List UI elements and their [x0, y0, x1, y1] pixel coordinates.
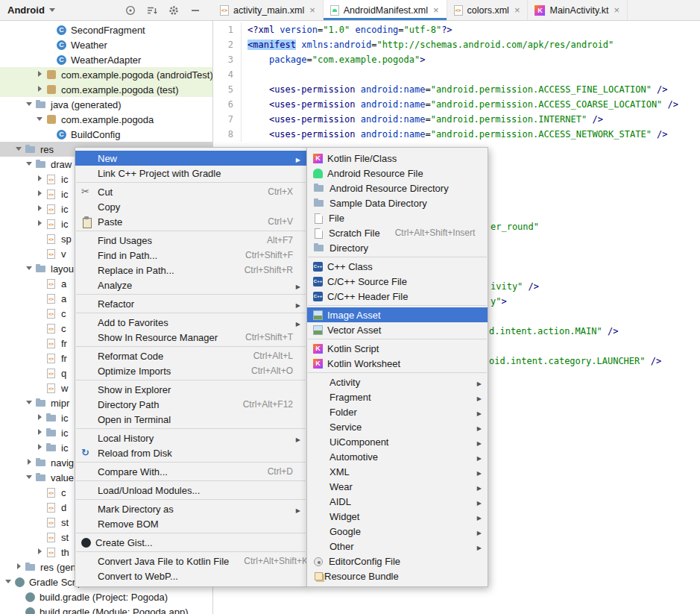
editor-tab[interactable]: colors.xml × — [447, 0, 529, 20]
menu-item[interactable]: Load/Unload Modules... — [75, 483, 306, 498]
menu-item[interactable]: Activity — [307, 375, 488, 389]
menu-item[interactable]: Image Asset — [307, 307, 488, 322]
tab-label: activity_main.xml — [233, 5, 304, 16]
menu-item[interactable]: Sample Data Directory — [307, 195, 488, 210]
code-text[interactable]: <uses-permission android:name="android.p… — [242, 112, 603, 127]
menu-item[interactable]: Open in Terminal — [75, 412, 306, 427]
menu-item[interactable]: Vector Asset — [307, 322, 488, 337]
menu-item[interactable]: File — [307, 210, 488, 225]
menu-item[interactable]: Show in Explorer — [75, 382, 306, 397]
menu-item[interactable]: Convert Java File to Kotlin File Ctrl+Al… — [75, 554, 306, 568]
code-text[interactable]: <uses-permission android:name="android.p… — [242, 127, 668, 142]
menu-item[interactable]: Kotlin Script — [307, 341, 488, 356]
menu-item[interactable]: Reformat Code Ctrl+Alt+L — [75, 348, 306, 363]
tree-item-label: q — [61, 368, 66, 379]
tree-item-label: value — [51, 472, 74, 483]
menu-item[interactable]: EditorConfig File — [307, 554, 488, 568]
sort-icon[interactable] — [146, 4, 158, 16]
menu-item[interactable]: Folder — [307, 404, 488, 419]
menu-item[interactable]: Analyze — [75, 278, 306, 292]
menu-item[interactable]: Replace in Path... Ctrl+Shift+R — [75, 263, 306, 278]
menu-item[interactable]: Optimize Imports Ctrl+Alt+O — [75, 363, 306, 378]
submenu-arrow-icon — [293, 433, 300, 444]
menu-item[interactable]: Directory Path Ctrl+Alt+F12 — [75, 397, 306, 412]
close-tab-icon[interactable]: × — [432, 5, 440, 15]
tree-row[interactable]: BuildConfig — [0, 127, 212, 142]
tree-row[interactable]: com.example.pogoda — [0, 112, 212, 127]
menu-item[interactable]: C++ Class — [307, 259, 488, 274]
menu-item[interactable]: C/C++ Header File — [307, 289, 488, 304]
submenu-arrow-icon — [474, 451, 482, 463]
menu-item[interactable]: Kotlin File/Class — [307, 151, 488, 166]
menu-item[interactable]: Create Gist... — [75, 535, 306, 550]
tree-row[interactable]: com.example.pogoda (androidTest) — [0, 67, 212, 82]
code-text[interactable] — [242, 67, 247, 82]
menu-item[interactable]: Refactor — [75, 296, 306, 311]
menu-item[interactable]: Directory — [307, 240, 488, 255]
tree-item-icon — [25, 143, 37, 155]
menu-item[interactable]: Convert to WebP... — [75, 568, 306, 583]
menu-item[interactable]: Kotlin Worksheet — [307, 356, 488, 371]
menu-item[interactable]: Automotive — [307, 449, 488, 464]
menu-item[interactable]: UiComponent — [307, 434, 488, 449]
menu-item[interactable]: Show In Resource Manager Ctrl+Shift+T — [75, 330, 306, 345]
menu-item[interactable]: Paste Ctrl+V — [75, 214, 306, 229]
editor-tab[interactable]: activity_main.xml × — [213, 0, 324, 20]
menu-item[interactable]: Scratch File Ctrl+Alt+Shift+Insert — [307, 225, 488, 240]
tree-item-icon — [45, 427, 57, 439]
menu-item[interactable]: Link C++ Project with Gradle — [75, 166, 306, 181]
menu-item[interactable]: Compare With... Ctrl+D — [75, 464, 306, 479]
close-tab-icon[interactable]: × — [309, 5, 316, 15]
menu-item[interactable]: Remove BOM — [75, 516, 306, 531]
tree-row[interactable]: WeatherAdapter — [0, 52, 212, 67]
tree-item-icon — [15, 577, 25, 587]
menu-item[interactable]: Resource Bundle — [307, 568, 488, 583]
menu-item[interactable]: C/C++ Source File — [307, 274, 488, 289]
code-lines: 1<?xml version="1.0" encoding="utf-8"?>2… — [213, 22, 700, 142]
menu-item[interactable]: AIDL — [307, 494, 488, 509]
menu-item[interactable]: Reload from Disk — [75, 445, 306, 460]
tree-row[interactable]: build.gradle (Module: Pogoda.app) — [0, 604, 212, 614]
code-text[interactable]: <manifest xmlns:android="http://schemas.… — [242, 37, 614, 52]
menu-item[interactable]: XML — [307, 464, 488, 479]
code-text[interactable]: <uses-permission android:name="android.p… — [242, 82, 668, 97]
menu-item[interactable]: Service — [307, 419, 488, 434]
menu-item[interactable]: Google — [307, 524, 488, 539]
menu-item-label: C/C++ Source File — [327, 276, 459, 287]
menu-item[interactable]: Cut Ctrl+X — [75, 184, 306, 199]
menu-item[interactable]: Local History — [75, 430, 306, 445]
menu-item[interactable]: Fragment — [307, 389, 488, 404]
menu-separator — [76, 499, 306, 500]
menu-item[interactable]: Android Resource File — [307, 166, 488, 181]
code-text[interactable]: <?xml version="1.0" encoding="utf-8"?> — [242, 22, 453, 37]
menu-item[interactable]: New — [75, 151, 306, 166]
menu-item-label: Android Resource File — [327, 168, 459, 179]
tree-row[interactable]: SecondFragment — [0, 22, 212, 37]
code-text[interactable]: package="com.example.pogoda"> — [242, 52, 425, 67]
tree-row[interactable]: Weather — [0, 37, 212, 52]
hide-panel-icon[interactable] — [189, 4, 201, 16]
menu-item[interactable]: Add to Favorites — [75, 315, 306, 330]
menu-item[interactable]: Mark Directory as — [75, 501, 306, 516]
menu-item-label: Compare With... — [98, 466, 253, 477]
code-text[interactable]: <uses-permission android:name="android.p… — [242, 97, 678, 112]
settings-gear-icon[interactable] — [168, 4, 180, 16]
menu-item-icon — [81, 538, 91, 548]
close-tab-icon[interactable]: × — [514, 5, 521, 15]
tree-row[interactable]: com.example.pogoda (test) — [0, 82, 212, 97]
menu-item[interactable]: Wear — [307, 479, 488, 494]
menu-item[interactable]: Widget — [307, 509, 488, 524]
tree-row[interactable]: build.gradle (Project: Pogoda) — [0, 589, 212, 604]
menu-item[interactable]: Find Usages Alt+F7 — [75, 233, 306, 248]
project-view-selector[interactable]: Android — [7, 4, 55, 16]
close-tab-icon[interactable]: × — [613, 5, 620, 15]
menu-item[interactable]: Copy — [75, 199, 306, 214]
editor-tab[interactable]: MainActivity.kt × — [528, 0, 628, 20]
menu-item[interactable]: Find in Path... Ctrl+Shift+F — [75, 248, 306, 263]
menu-item[interactable]: Other — [307, 539, 488, 554]
editor-tab[interactable]: AndroidManifest.xml × — [324, 0, 447, 20]
locate-file-icon[interactable] — [124, 4, 136, 16]
menu-item[interactable]: Android Resource Directory — [307, 181, 488, 195]
new-submenu: Kotlin File/Class Android Resource File … — [306, 147, 488, 587]
tree-row[interactable]: java (generated) — [0, 97, 212, 112]
